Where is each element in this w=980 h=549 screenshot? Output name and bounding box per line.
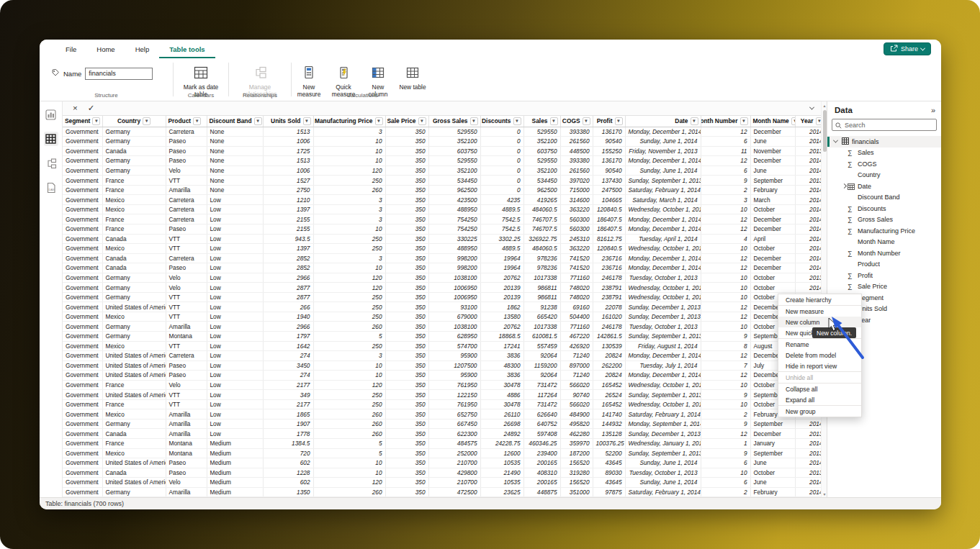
field-product[interactable]: Product — [827, 259, 941, 271]
table-cell[interactable]: 2014 — [795, 458, 821, 468]
table-cell[interactable]: 11 — [701, 146, 750, 156]
filter-dropdown-icon[interactable]: ▾ — [375, 117, 383, 125]
table-cell[interactable]: 534450 — [428, 176, 480, 186]
table-cell[interactable]: Sunday, December 1, 2013 — [625, 429, 701, 439]
table-cell[interactable]: 23625 — [480, 487, 523, 497]
table-cell[interactable]: 19964 — [480, 253, 523, 263]
table-cell[interactable]: 10 — [313, 146, 385, 156]
table-cell[interactable]: Saturday, February 1, 2014 — [625, 409, 701, 419]
table-cell[interactable]: 20824 — [593, 371, 625, 381]
table-cell[interactable]: 3 — [313, 195, 385, 205]
table-row[interactable]: GovernmentMexicoCarreteraLow121033504235… — [63, 195, 821, 205]
table-cell[interactable]: 71240 — [560, 351, 593, 361]
table-row[interactable]: GovernmentMexicoVTTLow139725035048895048… — [63, 244, 821, 254]
table-cell[interactable]: 2013 — [795, 273, 821, 283]
table-cell[interactable]: 484060.5 — [523, 244, 560, 254]
table-cell[interactable]: Low — [207, 322, 263, 332]
table-cell[interactable]: 652750 — [428, 409, 480, 419]
table-cell[interactable]: October — [750, 244, 795, 254]
table-cell[interactable]: 426920 — [560, 341, 593, 351]
table-cell[interactable]: Government — [63, 273, 102, 283]
table-cell[interactable]: Mexico — [102, 195, 166, 205]
table-cell[interactable]: Paseo — [166, 137, 207, 147]
table-row[interactable]: GovernmentUnited States of AmericaCarret… — [63, 351, 821, 361]
table-cell[interactable]: None — [207, 127, 263, 137]
table-cell[interactable]: Montana — [166, 439, 207, 449]
field-cogs[interactable]: ∑COGS — [827, 158, 941, 170]
table-cell[interactable]: 986811 — [523, 292, 560, 302]
table-cell[interactable]: 136170 — [593, 127, 625, 137]
table-cell[interactable]: Low — [207, 360, 263, 371]
table-cell[interactable]: 603750 — [428, 146, 480, 156]
table-cell[interactable]: 352100 — [428, 137, 480, 147]
table-cell[interactable]: None — [207, 165, 263, 176]
table-row[interactable]: GovernmentFranceVTTNone15272503505344500… — [63, 176, 821, 186]
table-cell[interactable]: 720 — [263, 448, 313, 458]
table-row[interactable]: GovernmentMexicoAmarillaLow1865260350652… — [63, 409, 821, 419]
table-cell[interactable]: 2013 — [795, 176, 821, 186]
table-cell[interactable]: 1797 — [263, 331, 313, 341]
column-header-discount-band[interactable]: Discount Band▾ — [207, 116, 263, 127]
table-cell[interactable]: 10 — [701, 292, 750, 302]
table-cell[interactable]: Velo — [166, 478, 207, 488]
table-cell[interactable]: 350 — [385, 176, 428, 186]
tab-home[interactable]: Home — [86, 40, 125, 58]
column-header-product[interactable]: Product▾ — [166, 116, 207, 127]
table-cell[interactable]: 602 — [263, 478, 313, 488]
commit-icon[interactable]: ✓ — [88, 104, 95, 113]
table-cell[interactable]: 534450 — [523, 176, 560, 186]
table-cell[interactable]: 10 — [313, 156, 385, 166]
table-cell[interactable]: Germany — [102, 487, 166, 497]
table-cell[interactable]: 43645 — [593, 478, 625, 488]
table-cell[interactable]: VTT — [166, 292, 207, 302]
table-cell[interactable]: 260 — [313, 429, 385, 439]
table-cell[interactable]: 319280 — [560, 468, 593, 478]
table-cell[interactable]: 247500 — [593, 185, 625, 195]
table-cell[interactable]: Government — [63, 302, 102, 312]
table-row[interactable]: GovernmentUnited States of AmericaPaseoL… — [63, 371, 821, 381]
table-cell[interactable]: Canada — [102, 146, 166, 156]
table-cell[interactable]: VTT — [166, 341, 207, 351]
table-cell[interactable]: 731472 — [523, 380, 560, 390]
table-cell[interactable]: 246178 — [593, 322, 625, 332]
menu-item-collapse-all[interactable]: Collapse all — [778, 384, 861, 394]
table-cell[interactable]: Low — [207, 399, 263, 409]
table-cell[interactable]: 350 — [385, 360, 428, 371]
filter-dropdown-icon[interactable]: ▾ — [92, 117, 100, 125]
table-cell[interactable]: Government — [63, 156, 102, 166]
table-row[interactable]: GovernmentGermanyVeloLow2877120350100695… — [63, 283, 821, 293]
field-date[interactable]: Date — [827, 181, 941, 192]
field-country[interactable]: Country — [827, 170, 941, 181]
table-cell[interactable]: December — [750, 253, 795, 263]
field-sale-price[interactable]: ∑Sale Price — [827, 281, 941, 293]
table-cell[interactable]: Government — [63, 137, 102, 147]
table-cell[interactable]: Wednesday, October 1, 2014 — [625, 283, 701, 293]
table-cell[interactable]: Canada — [102, 429, 166, 439]
table-cell[interactable]: 1642 — [263, 341, 313, 351]
table-cell[interactable]: None — [207, 146, 263, 156]
table-cell[interactable]: 141740 — [593, 409, 625, 419]
table-cell[interactable]: Paseo — [166, 224, 207, 234]
table-cell[interactable]: 2014 — [795, 283, 821, 293]
table-row[interactable]: GovernmentUnited States of AmericaPaseoL… — [63, 360, 821, 371]
table-cell[interactable]: 771160 — [560, 322, 593, 332]
table-cell[interactable]: Low — [207, 234, 263, 244]
table-cell[interactable]: 239400 — [523, 448, 560, 458]
table-cell[interactable]: Government — [63, 195, 102, 205]
table-cell[interactable]: 2177 — [263, 399, 313, 409]
table-cell[interactable]: 484575 — [428, 439, 480, 449]
table-cell[interactable]: Medium — [207, 468, 263, 478]
table-cell[interactable]: 135128 — [593, 429, 625, 439]
table-cell[interactable]: None — [207, 185, 263, 195]
table-cell[interactable]: Low — [207, 429, 263, 439]
table-cell[interactable]: 238791 — [593, 283, 625, 293]
table-cell[interactable]: 350 — [385, 195, 428, 205]
table-cell[interactable]: 467220 — [560, 331, 593, 341]
table-cell[interactable]: March — [750, 195, 795, 205]
table-cell[interactable]: 363220 — [560, 204, 593, 214]
table-cell[interactable]: 350 — [385, 146, 428, 156]
table-cell[interactable]: Paseo — [166, 458, 207, 468]
table-cell[interactable]: Amarilla — [166, 487, 207, 497]
table-cell[interactable]: 26524 — [593, 390, 625, 400]
table-cell[interactable]: 2014 — [795, 195, 821, 205]
